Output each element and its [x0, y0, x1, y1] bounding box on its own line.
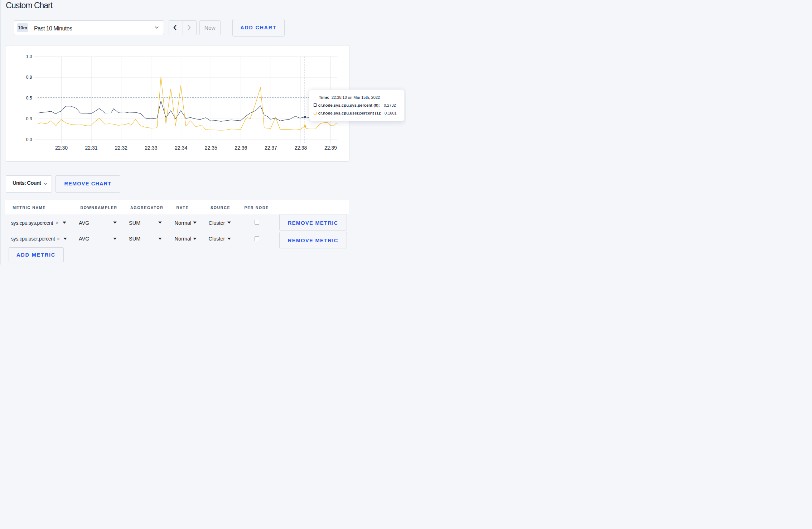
svg-text:22:31: 22:31: [85, 145, 98, 151]
svg-text:0.8: 0.8: [26, 75, 32, 80]
svg-text:22:35: 22:35: [205, 145, 217, 151]
svg-text:22:36: 22:36: [235, 145, 247, 151]
svg-text:0.5: 0.5: [26, 96, 32, 101]
svg-text:22:34: 22:34: [175, 145, 187, 151]
svg-text:22:30: 22:30: [55, 145, 68, 151]
svg-text:22:39: 22:39: [324, 145, 337, 151]
svg-text:22:38: 22:38: [294, 145, 307, 151]
svg-text:0.0: 0.0: [26, 137, 32, 142]
svg-text:22:32: 22:32: [115, 145, 127, 151]
svg-text:1.0: 1.0: [26, 54, 32, 59]
svg-text:22:33: 22:33: [145, 145, 158, 151]
svg-text:22:37: 22:37: [265, 145, 277, 151]
svg-text:0.3: 0.3: [26, 116, 32, 121]
